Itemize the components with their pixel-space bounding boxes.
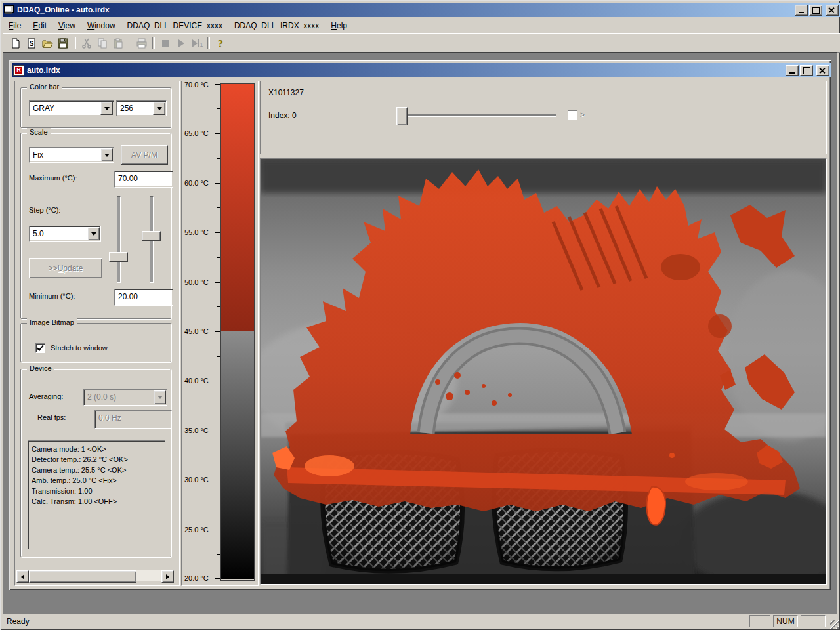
minimum-input[interactable]: 20.00 xyxy=(114,289,173,306)
index-slider-track[interactable] xyxy=(401,114,556,117)
scale-group: Scale Fix AV P/M Maximum (°C): 70.00 Ste… xyxy=(20,133,171,319)
scale-tick-label: 35.0 °C xyxy=(184,427,215,434)
max-slider-track[interactable] xyxy=(117,196,121,283)
paste-icon[interactable] xyxy=(110,35,126,51)
scrollbar-track[interactable] xyxy=(136,570,161,581)
viewer-header-panel: X1011327 Index: 0 > xyxy=(260,81,827,154)
toolbar-separator xyxy=(207,37,210,49)
menubar: File Edit View Window DDAQ_DLL_DEVICE_xx… xyxy=(3,18,837,33)
device-status-box[interactable]: Camera mode: 1 <OK> Detector temp.: 26.2… xyxy=(28,440,165,549)
averaging-value: 2 (0.0 s) xyxy=(84,390,153,405)
app-icon xyxy=(4,5,14,14)
control-panel: Color bar GRAY 256 Scale Fix xyxy=(14,81,180,586)
thermal-image[interactable] xyxy=(261,159,826,584)
menu-ddaq-dll-device[interactable]: DDAQ_DLL_DEVICE_xxxx xyxy=(121,19,228,32)
real-fps-label: Real fps: xyxy=(37,413,66,421)
step-dropdown-button[interactable] xyxy=(87,227,100,240)
device-status-line: Transmission: 1.00 xyxy=(32,486,165,496)
play-sequence-checkbox[interactable] xyxy=(568,110,578,120)
close-button[interactable] xyxy=(826,5,839,16)
scale-tick-label: 45.0 °C xyxy=(184,327,215,335)
menu-ddaq-dll-irdx[interactable]: DDAQ_DLL_IRDX_xxxx xyxy=(228,19,325,32)
stop-icon[interactable] xyxy=(158,35,173,51)
update-button[interactable]: >> Update xyxy=(29,258,102,278)
step-combobox[interactable]: 5.0 xyxy=(29,226,101,242)
device-status-line: Camera temp.: 25.5 °C <OK> xyxy=(32,465,165,475)
max-slider-thumb[interactable] xyxy=(109,252,128,262)
camera-id-label: X1011327 xyxy=(268,88,304,97)
next-glyph: > xyxy=(580,110,585,119)
document-titlebar[interactable]: R auto.irdx xyxy=(12,63,831,77)
help-icon[interactable]: ? xyxy=(213,35,228,51)
avpm-button[interactable]: AV P/M xyxy=(121,145,168,165)
document-window: R auto.irdx Color bar GRAY xyxy=(9,60,831,590)
scale-group-legend: Scale xyxy=(27,128,51,136)
color-scale-panel: 70.0 °C 65.0 °C 60.0 °C 55.0 °C 50.0 °C … xyxy=(181,81,259,586)
scrollbar-thumb[interactable] xyxy=(29,570,136,583)
new-document-icon[interactable] xyxy=(8,35,24,51)
averaging-dropdown-button[interactable] xyxy=(154,390,166,404)
averaging-combobox[interactable]: 2 (0.0 s) xyxy=(83,389,167,406)
doc-maximize-button[interactable] xyxy=(800,65,813,76)
copy-icon[interactable] xyxy=(94,35,110,51)
maximum-input[interactable]: 70.00 xyxy=(114,171,173,188)
doc-close-button[interactable] xyxy=(816,65,830,76)
svg-text:?: ? xyxy=(218,38,223,49)
play-icon[interactable] xyxy=(173,35,189,51)
levels-dropdown-button[interactable] xyxy=(153,102,165,115)
new-irdx-document-icon[interactable]: S xyxy=(24,35,39,51)
scale-mode-value: Fix xyxy=(30,148,100,162)
scale-tick-label: 65.0 °C xyxy=(184,129,215,137)
panel-scrollbar[interactable] xyxy=(16,570,174,581)
index-label: Index: 0 xyxy=(268,111,297,120)
palette-dropdown-button[interactable] xyxy=(100,102,113,115)
scrollbar-left-button[interactable] xyxy=(16,570,29,583)
color-scale-gray-segment xyxy=(221,331,254,579)
menu-view[interactable]: View xyxy=(52,19,81,32)
svg-text:S: S xyxy=(30,40,34,47)
menu-help[interactable]: Help xyxy=(325,19,353,32)
min-slider-thumb[interactable] xyxy=(142,231,161,241)
scale-tick-label: 50.0 °C xyxy=(184,278,215,286)
palette-combobox[interactable]: GRAY xyxy=(29,100,114,116)
resize-grip[interactable] xyxy=(830,620,839,629)
step-value: 5.0 xyxy=(30,226,87,241)
toolbar-separator xyxy=(74,37,76,49)
scrollbar-right-button[interactable] xyxy=(161,570,174,583)
window-title: DDAQ_Online - auto.irdx xyxy=(17,5,110,14)
main-titlebar[interactable]: DDAQ_Online - auto.irdx xyxy=(3,3,840,17)
document-icon: R xyxy=(13,65,24,76)
toolbar-separator xyxy=(152,37,155,49)
svg-text:1: 1 xyxy=(200,41,203,48)
step-one-icon[interactable]: 1 xyxy=(189,35,205,51)
menu-window[interactable]: Window xyxy=(81,19,121,32)
step-label: Step (°C): xyxy=(29,206,60,214)
mdi-client-area: R auto.irdx Color bar GRAY xyxy=(3,52,837,614)
menu-edit[interactable]: Edit xyxy=(27,19,52,32)
scale-mode-combobox[interactable]: Fix xyxy=(29,147,114,163)
maximize-button[interactable] xyxy=(809,5,822,16)
device-group-legend: Device xyxy=(27,364,54,372)
scale-tick-label: 20.0 °C xyxy=(184,574,215,582)
colorbar-group-legend: Color bar xyxy=(27,83,62,91)
scale-tick-label: 25.0 °C xyxy=(184,526,215,534)
levels-combobox[interactable]: 256 xyxy=(116,100,167,116)
scale-mode-dropdown-button[interactable] xyxy=(100,148,113,161)
cut-icon[interactable] xyxy=(79,35,94,51)
open-folder-icon[interactable] xyxy=(39,35,55,51)
index-slider-thumb[interactable] xyxy=(396,107,408,125)
status-pane-empty xyxy=(801,615,826,627)
status-pane-empty xyxy=(749,615,770,627)
stretch-to-window-checkbox[interactable] xyxy=(35,343,45,353)
minimum-label: Minimum (°C): xyxy=(29,292,75,300)
minimize-button[interactable] xyxy=(795,5,808,16)
device-status-line: Detector temp.: 26.2 °C <OK> xyxy=(32,454,165,465)
print-icon[interactable] xyxy=(134,35,150,51)
real-fps-field: 0.0 Hz xyxy=(94,410,172,429)
stretch-to-window-label: Stretch to window xyxy=(51,344,108,352)
colorbar-group: Color bar GRAY 256 xyxy=(20,87,171,128)
doc-minimize-button[interactable] xyxy=(786,65,799,76)
save-floppy-icon[interactable] xyxy=(55,35,71,51)
menu-file[interactable]: File xyxy=(3,19,27,32)
device-status-line: Calc. Transm: 1.00 <OFF> xyxy=(32,496,165,507)
